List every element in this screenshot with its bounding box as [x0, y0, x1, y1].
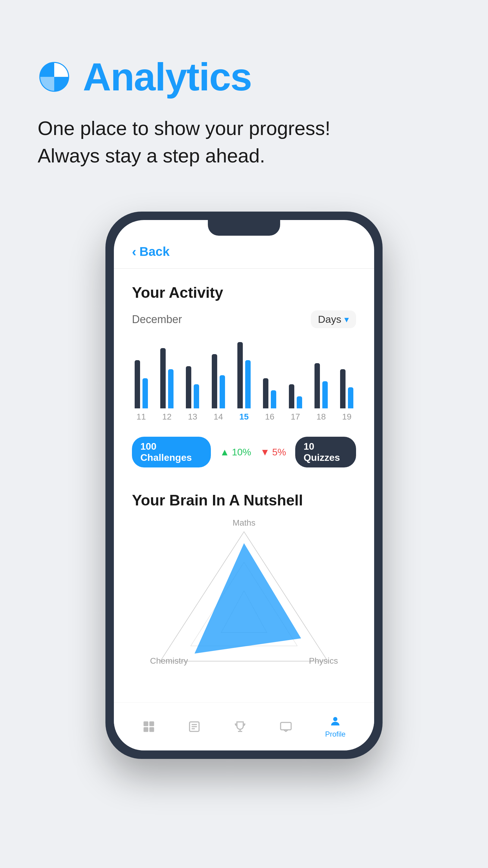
trophy-icon [234, 720, 247, 733]
phone-notch [208, 220, 280, 236]
courses-icon [188, 720, 201, 733]
bar-group-18: 18 [312, 342, 330, 422]
phone-wrapper: ‹ Back Your Activity December Days ▾ [0, 212, 488, 759]
label-physics: Physics [309, 656, 338, 666]
bar-label-14: 14 [214, 412, 223, 422]
bar-blue-15 [245, 360, 251, 408]
page-title: Analytics [83, 54, 252, 99]
bar-group-11: 11 [132, 342, 150, 422]
svg-rect-6 [150, 721, 154, 726]
bar-label-17: 17 [291, 412, 300, 422]
bar-blue-11 [142, 378, 148, 408]
title-row: Analytics [38, 54, 450, 99]
nav-item-home[interactable] [142, 720, 155, 733]
svg-rect-8 [150, 727, 154, 732]
svg-point-16 [333, 717, 337, 721]
challenges-badge: 100 Challenges [132, 437, 211, 467]
bar-dark-14 [212, 354, 217, 408]
chevron-down-icon: ▾ [344, 314, 349, 324]
arrow-down-icon: ▼ [260, 447, 270, 458]
bar-group-19: 19 [338, 342, 356, 422]
profile-nav-label: Profile [325, 730, 346, 738]
period-label: Days [318, 313, 341, 325]
bar-label-13: 13 [188, 412, 197, 422]
stats-row: 100 Challenges ▲ 10% ▼ 5% 10 Quizzes [132, 431, 356, 479]
svg-rect-5 [143, 721, 148, 726]
profile-icon [329, 715, 341, 727]
home-icon [142, 720, 155, 733]
phone-outer: ‹ Back Your Activity December Days ▾ [105, 212, 383, 759]
label-maths: Maths [233, 518, 255, 528]
quizzes-badge: 10 Quizzes [295, 437, 356, 467]
phone-screen: ‹ Back Your Activity December Days ▾ [114, 220, 374, 750]
svg-rect-7 [143, 727, 148, 732]
nav-item-achievements[interactable] [234, 720, 247, 733]
bar-blue-19 [348, 387, 353, 408]
analytics-icon [38, 60, 71, 93]
bar-chart: 11 12 [132, 340, 356, 425]
bar-blue-12 [168, 369, 173, 408]
bar-dark-15 [237, 342, 243, 408]
percent-down-stat: ▼ 5% [260, 447, 286, 458]
bar-group-17: 17 [286, 342, 304, 422]
activity-section: Your Activity December Days ▾ [114, 269, 374, 479]
bar-label-18: 18 [316, 412, 326, 422]
bar-group-16: 16 [261, 342, 279, 422]
period-selector[interactable]: Days ▾ [311, 310, 356, 328]
bar-group-14: 14 [209, 342, 227, 422]
bar-dark-17 [289, 384, 294, 408]
bar-label-11: 11 [136, 412, 146, 422]
bar-dark-19 [340, 369, 346, 408]
brain-section: Your Brain In A Nutshell Maths Chemistry… [114, 479, 374, 681]
bar-group-15: 15 [235, 342, 253, 422]
bar-blue-13 [194, 384, 199, 408]
bar-label-16: 16 [265, 412, 274, 422]
bar-dark-11 [135, 360, 140, 408]
bar-dark-12 [160, 348, 166, 408]
month-label: December [132, 313, 182, 326]
bar-group-13: 13 [184, 342, 202, 422]
bar-group-12: 12 [158, 342, 176, 422]
nav-item-messages[interactable] [280, 720, 292, 733]
header-section: Analytics One place to show your progres… [0, 0, 488, 187]
nav-item-courses[interactable] [188, 720, 201, 733]
messages-icon [280, 720, 292, 733]
subtitle-text: One place to show your progress! Always … [38, 115, 450, 169]
bar-label-19: 19 [342, 412, 352, 422]
bar-dark-13 [186, 366, 191, 408]
bar-blue-17 [297, 396, 302, 408]
back-label: Back [139, 244, 170, 259]
bar-label-15: 15 [239, 412, 249, 422]
triangle-chart: Maths Chemistry Physics [132, 518, 356, 675]
bar-blue-16 [271, 390, 276, 408]
arrow-up-icon: ▲ [220, 447, 230, 458]
activity-header: December Days ▾ [132, 310, 356, 328]
bar-dark-16 [263, 378, 268, 408]
brain-title: Your Brain In A Nutshell [132, 492, 356, 509]
label-chemistry: Chemistry [150, 656, 188, 666]
bar-blue-14 [220, 375, 225, 408]
bar-blue-18 [322, 381, 328, 408]
triangle-labels: Maths Chemistry Physics [132, 518, 356, 675]
activity-title: Your Activity [132, 284, 356, 301]
svg-rect-15 [281, 722, 291, 730]
nav-item-profile[interactable]: Profile [325, 715, 346, 738]
bar-dark-18 [315, 363, 320, 408]
percent-up-stat: ▲ 10% [220, 447, 251, 458]
bar-label-12: 12 [162, 412, 171, 422]
bottom-nav: Profile [114, 702, 374, 750]
back-chevron-icon: ‹ [132, 244, 136, 259]
